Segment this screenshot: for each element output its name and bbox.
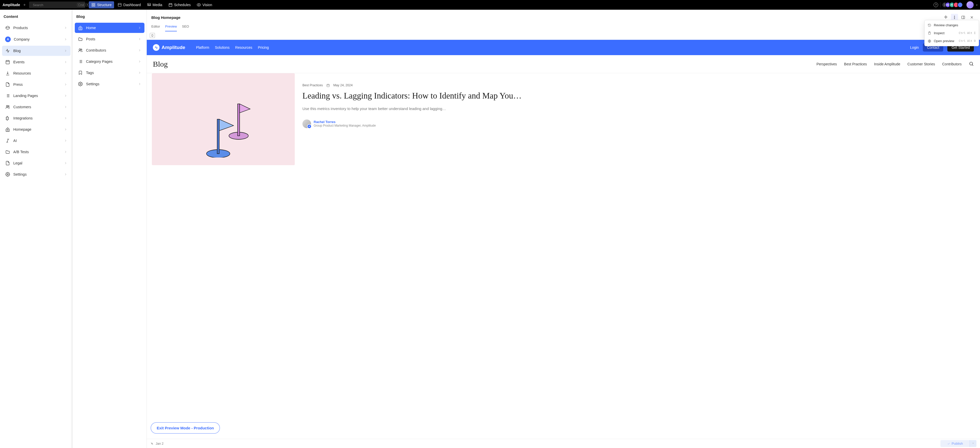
nav-label: Media (153, 3, 162, 7)
file-icon (5, 82, 10, 87)
dropdown-label: Open preview (934, 39, 954, 43)
sidebar-item-label: Products (13, 26, 61, 30)
site-logo[interactable]: ∿ Amplitude (153, 44, 185, 51)
nav-media[interactable]: Media (145, 1, 165, 8)
dropdown-shortcut: Ctrl Alt O (959, 39, 976, 43)
chevron-right-icon (138, 82, 142, 86)
svg-rect-1 (92, 3, 93, 5)
user-avatar[interactable] (966, 1, 974, 8)
sidebar-item-a-b-tests[interactable]: A/B Tests (2, 147, 70, 157)
site-login-link[interactable]: Login (910, 45, 919, 49)
hero-author[interactable]: Rachel Torres Group Product Marketing Ma… (302, 120, 975, 128)
blog-cat-contributors[interactable]: Contributors (942, 62, 962, 66)
sidebar-item-posts[interactable]: Posts (75, 34, 145, 44)
blog-cat-customer-stories[interactable]: Customer Stories (907, 62, 935, 66)
nav-schedules[interactable]: Schedules (166, 1, 193, 8)
sidebar-item-settings[interactable]: Settings (2, 169, 70, 179)
sidebar-item-settings[interactable]: Settings (75, 79, 145, 89)
hero-category[interactable]: Best Practices (302, 83, 323, 87)
sidebar-item-category-pages[interactable]: Category Pages (75, 56, 145, 67)
chevron-down-icon[interactable]: ▾ (976, 3, 977, 6)
sidebar-item-blog[interactable]: Blog (2, 46, 70, 56)
nav-label: Schedules (174, 3, 191, 7)
italic-icon (5, 138, 10, 143)
sidebar-item-resources[interactable]: Resources (2, 68, 70, 78)
hero-title: Leading vs. Lagging Indicators: How to I… (302, 91, 975, 101)
media-icon (147, 3, 151, 7)
sidebar-item-contributors[interactable]: Contributors (75, 45, 145, 56)
publish-icon (947, 442, 950, 445)
chevron-right-icon (64, 72, 67, 75)
sidebar-item-company[interactable]: ACompany (2, 34, 70, 45)
company-badge-icon: A (5, 37, 11, 42)
publish-label: Publish (952, 442, 963, 445)
dropdown-inspect[interactable]: Inspect Ctrl Alt I (924, 29, 979, 37)
hero-article[interactable]: Best Practices May 24, 2024 Leading vs. … (147, 73, 980, 165)
nav-vision[interactable]: Vision (194, 1, 215, 8)
sidebar-item-homepage[interactable]: Homepage (2, 124, 70, 134)
document-footer: Jan 2 Publish (147, 439, 980, 448)
site-nav-pricing[interactable]: Pricing (258, 45, 269, 49)
dropdown-open-preview[interactable]: Open preview Ctrl Alt O (924, 37, 979, 45)
home-icon (5, 127, 10, 132)
sidebar-item-label: Blog (13, 49, 61, 53)
sidebar-item-press[interactable]: Press (2, 80, 70, 89)
blog-sidebar: Blog HomePostsContributorsCategory Pages… (73, 10, 147, 448)
search-input[interactable] (33, 3, 76, 7)
sidebar-item-landing-pages[interactable]: Landing Pages (2, 91, 70, 101)
chevron-right-icon (64, 26, 67, 30)
exit-preview-button[interactable]: Exit Preview Mode - Production (151, 422, 220, 434)
dropdown-label: Inspect (934, 31, 945, 35)
sidebar-item-customers[interactable]: Customers (2, 102, 70, 112)
tab-editor[interactable]: Editor (151, 24, 160, 31)
search-shortcut: CmdK (77, 3, 89, 6)
tab-preview[interactable]: Preview (165, 24, 177, 31)
chevron-right-icon (64, 150, 67, 154)
help-button[interactable]: ? (934, 3, 938, 7)
site-nav-solutions[interactable]: Solutions (215, 45, 230, 49)
dropdown-review-changes[interactable]: Review changes (924, 21, 979, 29)
blog-search-button[interactable] (969, 61, 974, 67)
site-brand: Amplitude (162, 45, 185, 50)
sidebar-item-events[interactable]: Events (2, 57, 70, 67)
structure-icon (91, 3, 95, 7)
svg-rect-27 (238, 104, 240, 136)
sidebar-item-legal[interactable]: Legal (2, 158, 70, 168)
sidebar-item-label: Contributors (86, 48, 135, 52)
svg-point-7 (148, 4, 149, 5)
presence-avatars[interactable]: 3 AD R (942, 2, 963, 8)
svg-point-16 (80, 83, 81, 85)
site-header: ∿ Amplitude Platform Solutions Resources… (147, 40, 980, 55)
chevron-right-icon (138, 48, 142, 52)
nav-dashboard[interactable]: Dashboard (115, 1, 143, 8)
search-box[interactable]: CmdK (29, 2, 85, 8)
nav-label: Structure (97, 3, 111, 7)
sidebar-item-tags[interactable]: Tags (75, 68, 145, 78)
publish-button[interactable]: Publish (940, 440, 969, 447)
blog-cat-inside[interactable]: Inside Amplitude (874, 62, 900, 66)
chevron-right-icon (64, 116, 67, 120)
sidebar-item-label: A/B Tests (13, 150, 61, 154)
mobile-preview-button[interactable] (150, 33, 155, 38)
sidebar-item-label: Resources (13, 71, 61, 75)
blog-cat-best-practices[interactable]: Best Practices (844, 62, 867, 66)
sidebar-item-home[interactable]: Home (75, 23, 145, 33)
blog-header: Blog Perspectives Best Practices Inside … (147, 55, 980, 73)
sidebar-item-integrations[interactable]: Integrations (2, 113, 70, 123)
tab-seo[interactable]: SEO (182, 24, 189, 31)
nav-structure[interactable]: Structure (89, 1, 114, 8)
site-nav-platform[interactable]: Platform (196, 45, 209, 49)
svg-rect-10 (6, 61, 10, 64)
brand-name[interactable]: Amplitude (3, 3, 20, 7)
svg-rect-20 (962, 16, 965, 19)
publish-dropdown-button[interactable] (969, 440, 977, 447)
blog-cat-perspectives[interactable]: Perspectives (816, 62, 837, 66)
list-icon (5, 93, 10, 98)
sidebar-item-label: Integrations (13, 116, 61, 120)
sidebar-item-ai[interactable]: AI (2, 136, 70, 146)
sidebar-title: Blog (73, 10, 146, 22)
sidebar-item-products[interactable]: Products (2, 23, 70, 33)
new-button[interactable] (22, 2, 27, 7)
sidebar-item-label: AI (13, 139, 61, 143)
site-nav-resources[interactable]: Resources (235, 45, 252, 49)
